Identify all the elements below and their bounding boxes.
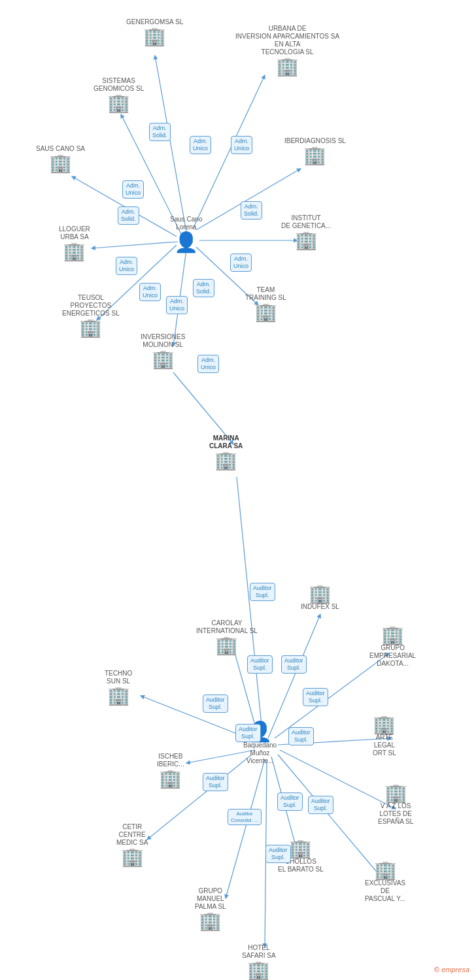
node-saus-cano-sa: SAUS CANO SA 🏢	[36, 145, 85, 172]
badge-aud-supl8: AuditorSupl.	[203, 773, 228, 791]
badge-adm-unico1: Adm.Unico	[190, 136, 211, 154]
node-cetir: CETIR CENTRE MEDIC SA 🏢	[116, 823, 148, 866]
building-icon-arte-legal: 🏢	[373, 715, 396, 734]
building-icon-team-training: 🏢	[254, 303, 277, 321]
svg-line-10	[173, 372, 233, 444]
svg-line-5	[92, 242, 178, 248]
node-urbana: URBANA DE INVERSION APARCAMIENTOS SA EN …	[235, 25, 339, 76]
node-teusol: TEUSOL PROYECTOS ENERGETICOS SL 🏢	[62, 294, 120, 337]
building-icon-saus-cano-sa: 🏢	[49, 154, 72, 172]
building-icon-institut: 🏢	[295, 231, 318, 250]
badge-adm-unico7: Adm.Unico	[230, 253, 252, 272]
badge-adm-unico6: Adm.Unico	[166, 296, 188, 314]
badge-adm-unico3: Adm.Unico	[122, 180, 144, 199]
building-icon-grupo-emp: 🏢	[381, 626, 404, 644]
badge-aud-supl6: AuditorSupl.	[235, 724, 261, 742]
badge-adm-unico8: Adm.Unico	[197, 355, 219, 373]
badge-aud-supl11: AuditorSupl.	[265, 845, 291, 863]
building-icon-teusol: 🏢	[79, 319, 102, 337]
node-marina-clara: MARINA CLARA SA 🏢	[209, 434, 243, 470]
badge-adm-unico2: Adm.Unico	[231, 136, 252, 154]
node-sistemas: SISTEMAS GENOMICOS SL 🏢	[94, 77, 144, 112]
badge-adm-solid1: Adm.Solid.	[149, 123, 171, 141]
badge-aud-supl4: AuditorSupl.	[203, 694, 228, 713]
building-icon-hotel-safari: 🏢	[247, 961, 270, 979]
building-icon-ischeb: 🏢	[159, 770, 182, 788]
badge-adm-unico4: Adm.Unico	[116, 257, 137, 275]
svg-line-12	[268, 614, 320, 738]
building-icon-sistemas: 🏢	[107, 94, 130, 112]
badge-aud-supl3: AuditorSupl.	[281, 655, 307, 674]
badge-adm-unico5: Adm.Unico	[139, 283, 161, 301]
node-ischeb: ISCHEB IBERIC... 🏢	[157, 753, 184, 788]
badge-aud-supl2: AuditorSupl.	[247, 655, 273, 674]
building-icon-grupo-manuel: 🏢	[199, 912, 222, 930]
building-icon-carolay: 🏢	[215, 636, 238, 655]
building-icon-vaz-los: 🏢	[384, 784, 407, 802]
node-techno-sun: TECHNO SUN SL 🏢	[105, 670, 132, 705]
svg-line-0	[155, 56, 186, 232]
badge-aud-supl7: AuditorSupl.	[288, 727, 314, 745]
person-icon-lorena: 👤	[174, 233, 198, 252]
badge-aud-supl10: AuditorSupl.	[308, 796, 333, 814]
building-icon-techno-sun: 🏢	[107, 687, 130, 705]
building-icon-exclusivas: 🏢	[374, 861, 397, 879]
svg-line-22	[226, 759, 265, 898]
building-icon-genergomsa: 🏢	[143, 27, 166, 46]
badge-adm-solid3: Adm.Solid.	[193, 279, 214, 297]
building-icon-indufex: 🏢	[309, 585, 332, 603]
building-icon-chollos: 🏢	[289, 840, 312, 858]
building-icon-cetir: 🏢	[121, 848, 144, 866]
building-icon-marina-clara: 🏢	[214, 451, 237, 470]
node-inversiones: INVERSIONES MOLINON SL 🏢	[141, 333, 185, 368]
node-hotel-safari: HOTEL SAFARI SA 🏢	[242, 944, 276, 979]
node-exclusivas: 🏢 EXCLUSIVAS DE PASCUAL Y...	[365, 861, 405, 904]
badge-aud-supl9: AuditorSupl.	[277, 792, 303, 811]
node-arte-legal: 🏢 ARTE LEGAL ORT SL	[373, 715, 396, 759]
badge-aud-supl5: AuditorSupl.	[303, 688, 328, 706]
badge-aud-supl1: AuditorSupl.	[250, 583, 275, 601]
node-carolay: CAROLAY INTERNATIONAL SL 🏢	[196, 619, 258, 655]
node-grupo-manuel: GRUPO MANUEL PALMA SL 🏢	[195, 887, 226, 930]
node-vaz-los: 🏢 V A Z LOS LOTES DE ESPAÑA SL	[378, 784, 413, 827]
building-icon-inversiones: 🏢	[152, 350, 175, 368]
badge-adm-solid2: Adm.Solid.	[118, 206, 139, 225]
node-iberdiagnosis: IBERDIAGNOSIS SL 🏢	[284, 137, 346, 165]
building-icon-iberdiagnosis: 🏢	[303, 146, 326, 165]
node-saus-cano-lorena: Saus Cano Lorena 👤	[170, 216, 202, 252]
building-icon-lloguer: 🏢	[63, 242, 86, 261]
node-genergomsa: GENERGOMSA SL 🏢	[126, 18, 183, 46]
node-institut: INSTITUT DE GENETICA... 🏢	[281, 214, 331, 250]
badge-adm-solid4: Adm.Solid.	[241, 201, 262, 220]
building-icon-urbana: 🏢	[276, 57, 299, 76]
watermark: © empresa	[434, 966, 469, 973]
svg-line-11	[237, 477, 262, 725]
badge-aud-consolid: AuditorConsolid. ...	[228, 809, 262, 825]
node-lloguer: LLOGUER URBA SA 🏢	[59, 225, 90, 261]
node-grupo-emp: 🏢 GRUPO EMPRESARIAL DAKOTA...	[369, 626, 416, 669]
node-indufex: 🏢 INDUFEX SL	[301, 585, 339, 612]
node-team-training: TEAM TRAINING SL 🏢	[245, 286, 286, 321]
graph-container: GENERGOMSA SL 🏢 URBANA DE INVERSION APAR…	[0, 0, 476, 980]
